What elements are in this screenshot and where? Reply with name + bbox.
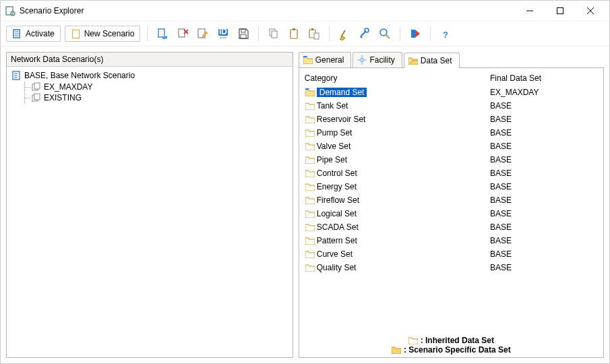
app-icon (5, 5, 16, 16)
run-button[interactable] (407, 26, 423, 42)
inherited-folder-icon (305, 154, 315, 165)
tabs: General Facility Data Set (299, 52, 604, 67)
dataset-row[interactable]: Fireflow SetBASE (305, 193, 598, 207)
scenario-explorer-window: Scenario Explorer Activate New Scenari (0, 0, 610, 364)
col-final: Final Data Set (490, 73, 598, 83)
inherited-folder-icon (305, 208, 315, 219)
dataset-row-value: BASE (490, 115, 598, 124)
dataset-row-value: EX_MAXDAY (490, 88, 598, 97)
scenario-tree[interactable]: BASE, Base Network Scenario EX_MAXDAY EX… (7, 67, 293, 357)
dataset-row-value: BASE (490, 155, 598, 164)
tab-dataset[interactable]: Data Set (404, 53, 460, 68)
svg-rect-19 (241, 29, 245, 32)
tab-dataset-label: Data Set (421, 56, 452, 65)
dataset-row[interactable]: SCADA SetBASE (305, 220, 598, 234)
inherited-folder-icon (305, 195, 315, 206)
inherited-folder-icon (305, 114, 315, 125)
activate-button[interactable]: Activate (6, 26, 61, 42)
close-button[interactable] (575, 1, 605, 21)
id-button[interactable]: ID (215, 26, 231, 42)
svg-rect-3 (557, 8, 563, 14)
svg-rect-26 (311, 28, 313, 30)
dataset-row[interactable]: Pipe SetBASE (305, 153, 598, 166)
dataset-row-value: BASE (490, 182, 598, 191)
dataset-row[interactable]: Logical SetBASE (305, 207, 598, 220)
dataset-row[interactable]: Demand SetEX_MAXDAY (305, 86, 598, 99)
details-panel: General Facility Data Set Categ (299, 52, 604, 358)
svg-rect-11 (158, 29, 164, 37)
dataset-row-category: Control Set (317, 169, 357, 178)
dataset-row[interactable]: Tank SetBASE (305, 99, 598, 113)
toolbar-separator (147, 26, 148, 41)
import-button[interactable] (154, 26, 171, 42)
tree-children: EX_MAXDAY EXISTING (24, 82, 287, 103)
clipboard-button[interactable] (286, 26, 302, 42)
dataset-row-category: Pipe Set (317, 155, 347, 164)
tree-root-label: BASE, Base Network Scenario (24, 71, 135, 80)
scenario-tree-panel: Network Data Scenario(s) BASE, Base Netw… (6, 52, 293, 358)
facility-icon (357, 55, 367, 65)
legend-inherited: : Inherited Data Set (421, 336, 494, 345)
dataset-row[interactable]: Control SetBASE (305, 166, 598, 180)
toolbar: Activate New Scenario ID (1, 21, 609, 47)
maximize-button[interactable] (545, 1, 575, 21)
legend-specific: : Scenario Specific Data Set (404, 345, 511, 355)
content-area: Network Data Scenario(s) BASE, Base Netw… (1, 47, 609, 363)
clean-button[interactable] (336, 26, 353, 42)
minimize-button[interactable] (514, 1, 545, 21)
tree-root[interactable]: BASE, Base Network Scenario (12, 71, 287, 80)
tree-item[interactable]: EXISTING (32, 92, 287, 103)
svg-rect-33 (411, 30, 415, 38)
dataset-row-category: Logical Set (317, 209, 357, 218)
dataset-row[interactable]: Reservoir SetBASE (305, 113, 598, 126)
dataset-row-category: Pattern Set (317, 236, 357, 245)
dataset-row-value: BASE (490, 249, 598, 259)
svg-rect-42 (34, 94, 40, 100)
search-button[interactable] (377, 26, 393, 42)
dataset-row[interactable]: Curve SetBASE (305, 247, 598, 261)
legend: : Inherited Data Set : Scenario Specific… (305, 333, 598, 355)
dataset-row-value: BASE (490, 142, 598, 151)
child-scenario-icon (32, 93, 41, 102)
dataset-row-category: Energy Set (317, 182, 357, 191)
inherited-folder-icon (305, 222, 315, 233)
svg-rect-43 (361, 59, 363, 61)
svg-point-29 (361, 36, 363, 38)
tab-facility-label: Facility (369, 55, 394, 65)
tree-item[interactable]: EX_MAXDAY (32, 82, 287, 92)
paste-button[interactable] (306, 26, 322, 42)
help-button[interactable]: ? (437, 26, 454, 42)
svg-rect-0 (6, 7, 13, 15)
tree-item-label: EX_MAXDAY (44, 82, 92, 92)
save-button[interactable] (235, 26, 251, 42)
settings-button[interactable] (357, 26, 373, 42)
window-title: Scenario Explorer (20, 6, 514, 16)
new-scenario-label: New Scenario (84, 29, 135, 38)
inherited-folder-icon (408, 336, 418, 345)
edit-button[interactable] (195, 26, 211, 42)
tab-facility[interactable]: Facility (353, 52, 402, 67)
delete-button[interactable] (175, 26, 191, 42)
dataset-table-rows: Demand SetEX_MAXDAYTank SetBASEReservoir… (305, 86, 598, 333)
copy-button[interactable] (266, 26, 282, 42)
svg-text:?: ? (444, 30, 448, 40)
dataset-row-category: Curve Set (317, 249, 353, 259)
svg-text:ID: ID (219, 27, 227, 36)
dataset-row[interactable]: Energy SetBASE (305, 180, 598, 193)
svg-point-28 (365, 28, 369, 32)
dataset-row[interactable]: Pattern SetBASE (305, 234, 598, 247)
svg-rect-24 (293, 28, 295, 30)
scenario-tree-header: Network Data Scenario(s) (7, 53, 293, 67)
col-category: Category (305, 73, 490, 83)
dataset-row[interactable]: Pump SetBASE (305, 126, 598, 140)
dataset-row-value: BASE (490, 195, 598, 205)
new-scenario-button[interactable]: New Scenario (65, 26, 141, 42)
dataset-row-value: BASE (490, 101, 598, 111)
dataset-row-category: Valve Set (317, 142, 350, 151)
dataset-row[interactable]: Valve SetBASE (305, 140, 598, 153)
inherited-folder-icon (305, 141, 315, 152)
tab-general[interactable]: General (299, 52, 352, 67)
svg-point-30 (380, 29, 387, 36)
inherited-folder-icon (305, 127, 315, 138)
dataset-row[interactable]: Quality SetBASE (305, 261, 598, 274)
